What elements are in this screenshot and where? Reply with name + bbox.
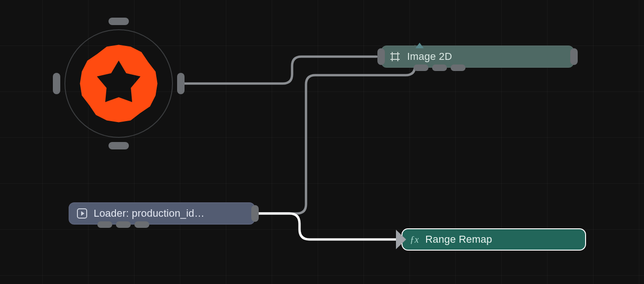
node-loader-output-port[interactable] <box>251 205 259 222</box>
node-range-remap[interactable]: ƒx Range Remap <box>402 228 586 251</box>
subport[interactable] <box>97 221 112 228</box>
node-image-2d[interactable]: Image 2D <box>381 45 574 68</box>
node-image-2d-subports <box>414 65 465 71</box>
node-loader-subports <box>97 221 149 228</box>
node-loader[interactable]: Loader: production_id… <box>69 202 255 225</box>
source-node[interactable] <box>54 19 184 148</box>
subport[interactable] <box>116 221 131 228</box>
node-image-2d-secondary-input[interactable] <box>415 43 424 48</box>
wire-loader-to-range-remap[interactable] <box>255 213 397 239</box>
play-icon <box>77 208 87 219</box>
wire-loader-to-image2d[interactable] <box>255 46 415 213</box>
subport[interactable] <box>134 221 149 228</box>
source-port-left[interactable] <box>53 73 60 94</box>
subport[interactable] <box>432 65 447 71</box>
node-graph-canvas[interactable]: Image 2D Loader: production_id… ƒx Range… <box>0 0 644 284</box>
node-image-2d-label: Image 2D <box>407 51 565 63</box>
subport[interactable] <box>414 65 428 71</box>
wire-source-to-image2d[interactable] <box>184 57 376 84</box>
gear-icon <box>75 39 163 128</box>
fx-icon: ƒx <box>410 234 419 245</box>
crop-frame-icon <box>389 51 401 62</box>
source-port-top[interactable] <box>108 18 129 25</box>
node-loader-label: Loader: production_id… <box>94 207 246 219</box>
source-port-right[interactable] <box>177 73 185 94</box>
node-range-remap-label: Range Remap <box>425 233 577 245</box>
node-range-remap-input-port[interactable] <box>396 230 406 249</box>
subport[interactable] <box>451 65 465 71</box>
source-port-bottom[interactable] <box>108 142 129 149</box>
node-image-2d-output-port[interactable] <box>570 48 578 65</box>
node-image-2d-input-port[interactable] <box>377 48 385 65</box>
